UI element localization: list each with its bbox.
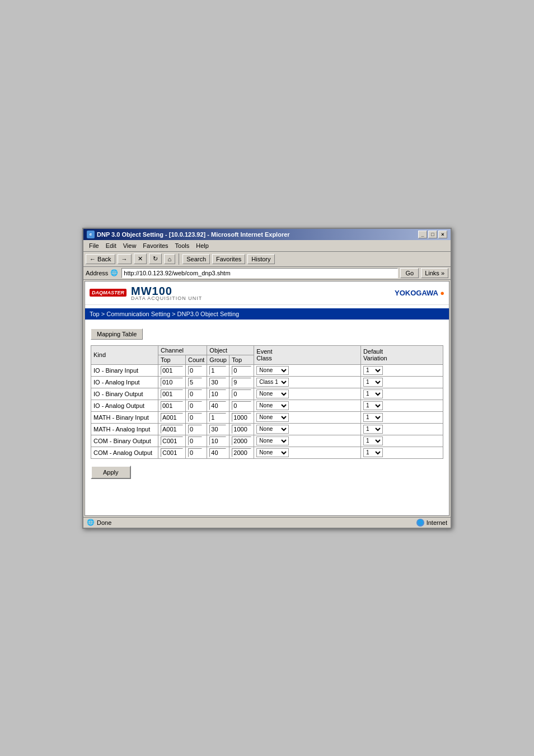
minimize-button[interactable]: _ <box>418 231 427 238</box>
input-obj-group[interactable] <box>209 378 226 387</box>
home-button[interactable]: ⌂ <box>164 254 176 264</box>
cell-obj-top <box>229 423 254 435</box>
browser-window: e DNP 3.0 Object Setting - [10.0.123.92]… <box>82 228 452 529</box>
menu-help[interactable]: Help <box>193 241 212 250</box>
stop-button[interactable]: ✕ <box>134 253 147 264</box>
input-ch-top[interactable] <box>161 401 183 410</box>
brand-header: DAQMASTER MW100 DATA ACQUISITION UNIT YO… <box>85 281 449 305</box>
input-obj-group[interactable] <box>209 389 226 398</box>
input-obj-group[interactable] <box>209 366 226 375</box>
menu-file[interactable]: File <box>86 241 102 250</box>
select-event-class[interactable]: NoneClass 1Class 2Class 3 <box>256 413 289 422</box>
select-default-var[interactable]: 123 <box>363 448 383 457</box>
input-ch-top[interactable] <box>161 366 183 375</box>
input-ch-count[interactable] <box>188 436 202 445</box>
menu-view[interactable]: View <box>120 241 140 250</box>
cell-kind: IO - Analog Input <box>91 376 158 388</box>
select-event-class[interactable]: NoneClass 1Class 2Class 3 <box>256 366 289 375</box>
select-event-class[interactable]: NoneClass 1Class 2Class 3 <box>256 389 289 398</box>
input-ch-top[interactable] <box>161 448 183 457</box>
apply-button[interactable]: Apply <box>91 466 131 479</box>
mw100-block: MW100 DATA ACQUISITION UNIT <box>131 285 202 301</box>
cell-obj-top <box>229 376 254 388</box>
input-obj-top[interactable] <box>232 425 251 434</box>
input-ch-top[interactable] <box>161 389 183 398</box>
address-bar: Address 🌐 http://10.0.123.92/web/com_dnp… <box>83 267 451 280</box>
input-ch-top[interactable] <box>161 378 183 387</box>
links-button[interactable]: Links » <box>421 268 448 278</box>
input-ch-count[interactable] <box>188 425 202 434</box>
th-kind: Kind <box>91 345 158 364</box>
table-row: IO - Analog InputNoneClass 1Class 2Class… <box>91 376 443 388</box>
input-ch-top[interactable] <box>161 413 183 422</box>
internet-text: Internet <box>427 519 447 526</box>
th-channel-top: Top <box>158 355 186 364</box>
url-text: http://10.0.123.92/web/com_dnp3.shtm <box>124 270 230 276</box>
select-default-var[interactable]: 123 <box>363 389 383 398</box>
input-obj-top[interactable] <box>232 366 251 375</box>
select-event-class[interactable]: NoneClass 1Class 2Class 3 <box>256 436 289 445</box>
select-default-var[interactable]: 123 <box>363 366 383 375</box>
back-label: ← Back <box>90 256 111 262</box>
title-bar-buttons: _ □ × <box>418 231 447 238</box>
status-bar: 🌐 Done 🌐 Internet <box>83 517 451 528</box>
forward-icon: → <box>121 256 128 262</box>
input-obj-top[interactable] <box>232 378 251 387</box>
menu-edit[interactable]: Edit <box>102 241 120 250</box>
search-button[interactable]: Search <box>182 254 210 264</box>
cell-kind: COM - Analog Output <box>91 447 158 458</box>
input-obj-group[interactable] <box>209 448 226 457</box>
input-obj-top[interactable] <box>232 448 251 457</box>
input-ch-count[interactable] <box>188 366 202 375</box>
mapping-table-button[interactable]: Mapping Table <box>91 328 143 340</box>
refresh-button[interactable]: ↻ <box>149 253 162 264</box>
menu-favorites[interactable]: Favorites <box>139 241 171 250</box>
input-obj-top[interactable] <box>232 413 251 422</box>
input-ch-top[interactable] <box>161 425 183 434</box>
input-obj-top[interactable] <box>232 401 251 410</box>
input-obj-group[interactable] <box>209 413 226 422</box>
input-ch-top[interactable] <box>161 436 183 445</box>
cell-ch-count <box>186 435 207 447</box>
input-ch-count[interactable] <box>188 389 202 398</box>
select-default-var[interactable]: 123 <box>363 436 383 445</box>
input-obj-top[interactable] <box>232 436 251 445</box>
cell-ch-count <box>186 364 207 376</box>
favorites-button[interactable]: Favorites <box>212 254 245 264</box>
address-label: Address <box>86 270 108 276</box>
close-button[interactable]: × <box>438 231 447 238</box>
cell-ch-top <box>158 364 186 376</box>
select-event-class[interactable]: NoneClass 1Class 2Class 3 <box>256 448 289 457</box>
select-event-class[interactable]: NoneClass 1Class 2Class 3 <box>256 401 289 410</box>
input-ch-count[interactable] <box>188 401 202 410</box>
go-button[interactable]: Go <box>400 268 419 278</box>
input-obj-top[interactable] <box>232 389 251 398</box>
input-obj-group[interactable] <box>209 425 226 434</box>
input-ch-count[interactable] <box>188 378 202 387</box>
select-default-var[interactable]: 123 <box>363 378 383 387</box>
select-default-var[interactable]: 123 <box>363 425 383 434</box>
address-input-display[interactable]: http://10.0.123.92/web/com_dnp3.shtm <box>121 268 398 278</box>
input-obj-group[interactable] <box>209 436 226 445</box>
breadcrumb-text: Top > Communication Setting > DNP3.0 Obj… <box>90 311 239 317</box>
input-obj-group[interactable] <box>209 401 226 410</box>
daqmaster-logo: DAQMASTER <box>90 289 127 297</box>
th-channel-count: Count <box>186 355 207 364</box>
forward-button[interactable]: → <box>118 254 132 264</box>
select-default-var[interactable]: 123 <box>363 401 383 410</box>
internet-icon: 🌐 <box>416 519 424 527</box>
maximize-button[interactable]: □ <box>428 231 437 238</box>
history-label: History <box>251 256 270 262</box>
menu-tools[interactable]: Tools <box>172 241 193 250</box>
cell-ch-top <box>158 411 186 423</box>
cell-default-var: 123 <box>361 423 443 435</box>
select-event-class[interactable]: NoneClass 1Class 2Class 3 <box>256 425 289 434</box>
select-default-var[interactable]: 123 <box>363 413 383 422</box>
table-row: IO - Binary OutputNoneClass 1Class 2Clas… <box>91 388 443 400</box>
history-button[interactable]: History <box>247 254 274 264</box>
input-ch-count[interactable] <box>188 413 202 422</box>
input-ch-count[interactable] <box>188 448 202 457</box>
select-event-class[interactable]: NoneClass 1Class 2Class 3 <box>256 378 289 387</box>
page-icon: 🌐 <box>110 269 118 276</box>
back-button[interactable]: ← Back <box>86 254 115 264</box>
